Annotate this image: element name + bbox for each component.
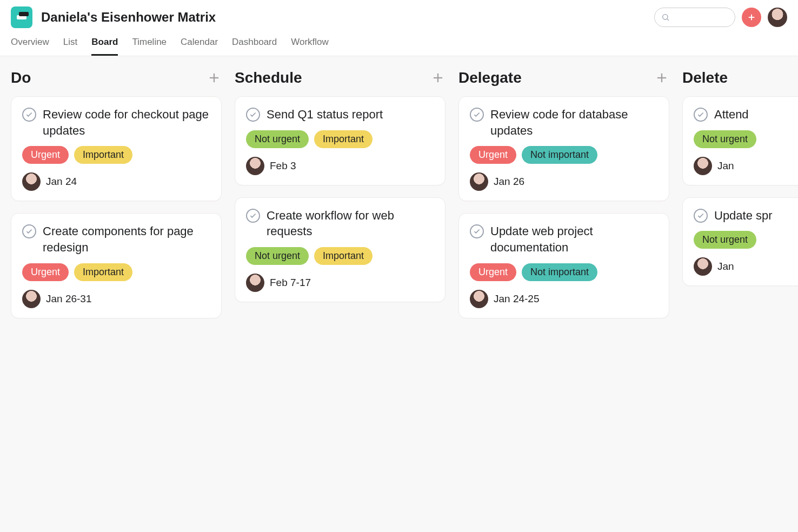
tag-important: Important xyxy=(74,146,132,164)
complete-checkbox[interactable] xyxy=(246,108,260,122)
column-add-button[interactable] xyxy=(654,70,669,85)
card-meta: Jan xyxy=(694,257,798,276)
tag-important: Important xyxy=(314,247,373,265)
assignee-avatar[interactable] xyxy=(470,290,488,308)
card-meta: Jan 26 xyxy=(470,172,658,191)
assignee-avatar[interactable] xyxy=(22,290,41,308)
column-header: Delete xyxy=(682,69,798,87)
task-card[interactable]: Create components for page redesignUrgen… xyxy=(11,213,222,318)
tab-board[interactable]: Board xyxy=(91,37,118,56)
card-top: Review code for checkout page updates xyxy=(22,107,210,138)
column-header: Do xyxy=(11,69,222,87)
tag-urgent: Urgent xyxy=(22,146,69,164)
header: Daniela's Eisenhower Matrix xyxy=(0,0,798,28)
task-card[interactable]: Update sprNot urgentJan xyxy=(682,197,798,287)
card-meta: Feb 3 xyxy=(246,157,434,175)
complete-checkbox[interactable] xyxy=(694,209,708,223)
page-title: Daniela's Eisenhower Matrix xyxy=(41,10,216,25)
due-date: Jan 26-31 xyxy=(46,293,92,305)
column-title: Delegate xyxy=(458,69,522,87)
tag-important: Important xyxy=(314,130,373,148)
assignee-avatar[interactable] xyxy=(22,172,41,191)
assignee-avatar[interactable] xyxy=(694,257,712,276)
complete-checkbox[interactable] xyxy=(470,108,484,122)
complete-checkbox[interactable] xyxy=(694,108,708,122)
tab-workflow[interactable]: Workflow xyxy=(291,37,329,56)
due-date: Jan 24 xyxy=(46,176,77,188)
search-input[interactable] xyxy=(654,8,735,27)
card-tags: Not urgent xyxy=(694,130,798,148)
due-date: Jan 26 xyxy=(494,176,524,188)
complete-checkbox[interactable] xyxy=(22,108,36,122)
assignee-avatar[interactable] xyxy=(246,274,264,292)
tag-notImportant: Not important xyxy=(522,146,597,164)
task-card[interactable]: Create workflow for web requestsNot urge… xyxy=(235,197,445,302)
card-top: Update web project documentation xyxy=(470,223,658,255)
card-top: Attend xyxy=(694,107,798,123)
task-card[interactable]: AttendNot urgentJan xyxy=(682,96,798,185)
due-date: Jan xyxy=(717,160,734,172)
due-date: Feb 3 xyxy=(270,160,296,172)
board: DoReview code for checkout page updatesU… xyxy=(0,56,798,532)
tab-list[interactable]: List xyxy=(63,37,77,56)
card-title: Update web project documentation xyxy=(490,223,658,255)
complete-checkbox[interactable] xyxy=(22,224,36,238)
column-add-button[interactable] xyxy=(430,70,445,85)
card-title: Review code for database updates xyxy=(490,107,658,138)
svg-line-1 xyxy=(667,19,669,21)
tab-calendar[interactable]: Calendar xyxy=(181,37,218,56)
assignee-avatar[interactable] xyxy=(470,172,488,191)
tab-timeline[interactable]: Timeline xyxy=(132,37,167,56)
tag-notUrgent: Not urgent xyxy=(694,130,756,148)
card-title: Create components for page redesign xyxy=(43,223,210,255)
tag-urgent: Urgent xyxy=(470,146,516,164)
card-title: Attend xyxy=(714,107,749,123)
svg-point-0 xyxy=(663,15,668,19)
tag-urgent: Urgent xyxy=(470,263,516,281)
logo-icon xyxy=(17,15,26,19)
column-add-button[interactable] xyxy=(207,70,222,85)
task-card[interactable]: Review code for checkout page updatesUrg… xyxy=(11,96,222,201)
column-do: DoReview code for checkout page updatesU… xyxy=(11,69,222,521)
tag-notUrgent: Not urgent xyxy=(246,130,309,148)
complete-checkbox[interactable] xyxy=(246,209,260,223)
tab-dashboard[interactable]: Dashboard xyxy=(232,37,277,56)
card-top: Review code for database updates xyxy=(470,107,658,138)
card-tags: Not urgent xyxy=(694,231,798,249)
card-meta: Jan 24 xyxy=(22,172,210,191)
due-date: Jan xyxy=(717,261,734,272)
tag-urgent: Urgent xyxy=(22,263,69,281)
card-meta: Jan 26-31 xyxy=(22,290,210,308)
column-header: Schedule xyxy=(235,69,445,87)
card-title: Update spr xyxy=(714,208,773,224)
card-title: Review code for checkout page updates xyxy=(43,107,210,138)
tag-notImportant: Not important xyxy=(522,263,597,281)
assignee-avatar[interactable] xyxy=(694,157,712,175)
card-title: Create workflow for web requests xyxy=(267,208,434,240)
complete-checkbox[interactable] xyxy=(470,224,484,238)
task-card[interactable]: Review code for database updatesUrgentNo… xyxy=(458,96,669,201)
plus-icon xyxy=(747,12,756,22)
card-tags: UrgentNot important xyxy=(470,146,658,164)
add-button[interactable] xyxy=(742,8,761,27)
tab-overview[interactable]: Overview xyxy=(11,37,49,56)
user-avatar[interactable] xyxy=(768,8,787,27)
assignee-avatar[interactable] xyxy=(246,157,264,175)
card-tags: UrgentImportant xyxy=(22,263,210,281)
column-title: Delete xyxy=(682,69,728,87)
project-logo[interactable] xyxy=(11,6,32,28)
column-header: Delegate xyxy=(458,69,669,87)
tag-important: Important xyxy=(74,263,132,281)
search-icon xyxy=(661,13,670,22)
card-meta: Feb 7-17 xyxy=(246,274,434,292)
column-title: Schedule xyxy=(235,69,302,87)
column-title: Do xyxy=(11,69,31,87)
task-card[interactable]: Send Q1 status reportNot urgentImportant… xyxy=(235,96,445,185)
card-top: Create workflow for web requests xyxy=(246,208,434,240)
tag-notUrgent: Not urgent xyxy=(694,231,756,249)
card-tags: Not urgentImportant xyxy=(246,130,434,148)
card-meta: Jan xyxy=(694,157,798,175)
column-delegate: DelegateReview code for database updates… xyxy=(458,69,669,521)
task-card[interactable]: Update web project documentationUrgentNo… xyxy=(458,213,669,318)
card-top: Send Q1 status report xyxy=(246,107,434,123)
